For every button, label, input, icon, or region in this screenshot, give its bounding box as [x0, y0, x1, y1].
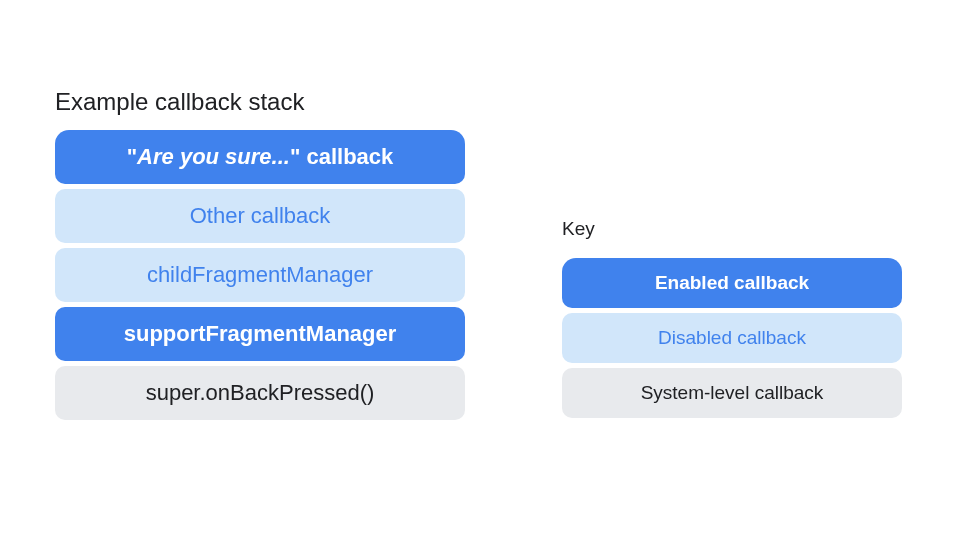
stack-item-label: "Are you sure..." callback	[127, 144, 394, 170]
legend-item-disabled: Disabled callback	[562, 313, 902, 363]
stack-item-label: supportFragmentManager	[124, 321, 397, 347]
stack-item-label: childFragmentManager	[147, 262, 373, 288]
legend-item-label: System-level callback	[641, 382, 824, 404]
stack-item-support-fragment-manager: supportFragmentManager	[55, 307, 465, 361]
stack-title: Example callback stack	[55, 88, 465, 116]
stack-item-child-fragment-manager: childFragmentManager	[55, 248, 465, 302]
legend-item-enabled: Enabled callback	[562, 258, 902, 308]
legend-section: Key Enabled callback Disabled callback S…	[562, 218, 902, 423]
legend-item-label: Disabled callback	[658, 327, 806, 349]
callback-stack-section: Example callback stack "Are you sure..."…	[55, 88, 465, 425]
stack-item-are-you-sure: "Are you sure..." callback	[55, 130, 465, 184]
legend-title: Key	[562, 218, 902, 240]
legend-item-system: System-level callback	[562, 368, 902, 418]
legend-item-label: Enabled callback	[655, 272, 809, 294]
stack-item-other-callback: Other callback	[55, 189, 465, 243]
stack-item-super-onbackpressed: super.onBackPressed()	[55, 366, 465, 420]
stack-item-label: super.onBackPressed()	[146, 380, 375, 406]
stack-item-label: Other callback	[190, 203, 331, 229]
